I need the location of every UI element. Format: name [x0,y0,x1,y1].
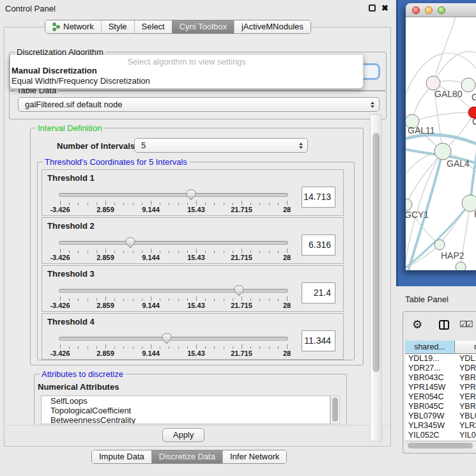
table-row[interactable]: YLR345WYLR3 [405,421,476,431]
close-icon[interactable]: ✖ [381,4,388,12]
attributes-list[interactable]: SelfLoopsTopologicalCoefficientBetweenne… [41,395,330,424]
table-row[interactable]: YDL19...YDL1 [405,354,476,364]
table-cell[interactable]: YER054C [405,392,455,402]
algorithm-option-manual[interactable]: Manual Discretization [10,66,363,76]
tab-impute-data[interactable]: Impute Data [92,450,151,463]
threshold-1-panel: Threshold 1 -3.4262.8599.14415.4321.7152… [42,169,344,216]
panel-vertical-scrollbar[interactable] [370,114,382,441]
interval-definition-group: Interval Definition Number of Intervals … [30,128,364,365]
node-table-panel: ⚙ ☑☑ shared... na YDL19...YDL1YDR27...YD… [403,311,476,454]
threshold-4-slider[interactable]: -3.4262.8599.14415.4321.71528 [60,332,287,357]
network-node[interactable] [456,262,466,270]
network-node[interactable] [434,143,451,160]
slider-thumb[interactable] [125,237,135,249]
table-cell[interactable]: YDL19... [405,354,455,364]
window-title: Control Panel [5,4,56,13]
table-panel-region: Table Panel ⚙ ☑☑ shared... na YDL19...YD… [396,286,476,476]
table-cell[interactable]: YIL052C [405,431,455,440]
table-horizontal-scrollbar[interactable] [405,441,476,450]
slider-track[interactable] [59,289,288,293]
attribute-item[interactable]: TopologicalCoefficient [42,406,330,415]
table-cell[interactable]: YDL1 [455,354,476,364]
threshold-value-field[interactable]: 14.713 [302,187,335,208]
network-node[interactable] [434,240,445,250]
titlebar: Control Panel ✖ [0,0,396,17]
slider-ticks [60,203,288,205]
network-canvas[interactable]: GAL80GACGAL11GAL4GCY1HHAP2 [406,17,476,270]
network-node-label: GCY1 [406,210,429,220]
threshold-value-field[interactable]: 11.344 [302,330,335,351]
table-cell[interactable]: YER0 [455,392,476,402]
table-row[interactable]: YBR043CYBR0 [405,373,476,383]
table-cell[interactable]: YBR043C [405,373,455,383]
slider-scale: -3.4262.8599.14415.4321.71528 [60,349,287,357]
table-row[interactable]: YDR27...YDR2 [405,364,476,373]
tab-infer-network[interactable]: Infer Network [222,450,286,463]
table-cell[interactable]: YBL079W [405,411,455,421]
number-of-intervals-combobox[interactable]: 5 [134,138,308,153]
attribute-item[interactable]: SelfLoops [42,396,330,406]
network-node[interactable] [406,199,412,210]
slider-track[interactable] [59,193,288,197]
threshold-1-slider[interactable]: -3.4262.8599.14415.4321.71528 [60,188,287,213]
cyni-toolbox-panel: Discretization Algorithm Select algorith… [4,27,391,447]
slider-thumb[interactable] [186,189,196,201]
attributes-group: Attributes to discretize Numerical Attri… [34,374,347,427]
threshold-3-slider[interactable]: -3.4262.8599.14415.4321.71528 [60,284,287,309]
column-header-shared[interactable]: shared... [405,341,455,354]
network-node-label: HAP2 [441,250,464,261]
select-columns-icon[interactable]: ☑☑ [459,319,472,329]
slider-track[interactable] [59,241,288,245]
network-node-label: GA [472,92,476,102]
slider-thumb[interactable] [162,333,172,344]
table-row[interactable]: YBL079WYBL0 [405,411,476,421]
tab-discretize-data[interactable]: Discretize Data [151,450,222,463]
tab-style[interactable]: Style [101,20,134,33]
table-row[interactable]: YIL052CYIL0 [405,431,476,440]
table-cell[interactable]: YPR145W [405,383,455,392]
table-cell[interactable]: YDR2 [455,364,476,373]
threshold-value-field[interactable]: 21.4 [302,282,335,303]
table-cell[interactable]: YLR345W [405,421,455,431]
gear-icon[interactable]: ⚙ [412,318,422,331]
threshold-3-panel: Threshold 3 -3.4262.8599.14415.4321.7152… [42,265,344,312]
table-cell[interactable]: YBL0 [455,411,476,421]
apply-button[interactable]: Apply [162,428,204,442]
network-node-label: GAL80 [434,89,463,99]
tab-label: Cyni Toolbox [180,20,227,33]
threshold-2-slider[interactable]: -3.4262.8599.14415.4321.71528 [60,236,287,261]
close-traffic-light-icon[interactable] [412,6,420,14]
tab-select[interactable]: Select [134,20,172,33]
table-cell[interactable]: YBR0 [455,373,476,383]
slider-track[interactable] [59,337,288,341]
threshold-value-field[interactable]: 6.316 [302,234,335,256]
table-cell[interactable]: YDR27... [405,364,455,373]
minimize-traffic-light-icon[interactable] [425,6,433,14]
node-table[interactable]: shared... na YDL19...YDL1YDR27...YDR2YBR… [405,341,476,440]
tab-cyni-toolbox[interactable]: Cyni Toolbox [172,20,234,33]
table-row[interactable]: YBR045CYBR0 [405,402,476,411]
table-row[interactable]: YER054CYER0 [405,392,476,402]
table-cell[interactable]: YBR045C [405,402,455,411]
float-window-icon[interactable] [369,4,376,12]
table-cell[interactable]: YLR3 [455,421,476,431]
algorithm-option-equal-width[interactable]: Equal Width/Frequency Discretization [10,76,363,86]
zoom-traffic-light-icon[interactable] [438,6,445,14]
network-view-window: GAL80GACGAL11GAL4GCY1HHAP2 [406,3,476,270]
table-row[interactable]: YPR145WYPR1 [405,383,476,392]
threshold-label: Threshold 3 [47,269,95,279]
tab-jactivemnodules[interactable]: jActiveMNodules [234,20,311,33]
threshold-label: Threshold 4 [47,317,95,326]
attributes-scrollbar[interactable] [330,395,340,424]
table-cell[interactable]: YIL0 [455,431,476,440]
table-cell[interactable]: YBR0 [455,402,476,411]
slider-thumb[interactable] [234,285,244,296]
column-browser-icon[interactable] [439,320,449,330]
network-node[interactable] [426,76,440,90]
table-cell[interactable]: YPR1 [455,383,476,392]
table-data-combobox[interactable]: galFiltered.sif default node [18,97,380,112]
attribute-item[interactable]: BetweennessCentrality [42,415,330,424]
tab-network[interactable]: Network [45,20,101,33]
network-node[interactable] [461,78,475,92]
column-header-name[interactable]: na [455,341,476,354]
